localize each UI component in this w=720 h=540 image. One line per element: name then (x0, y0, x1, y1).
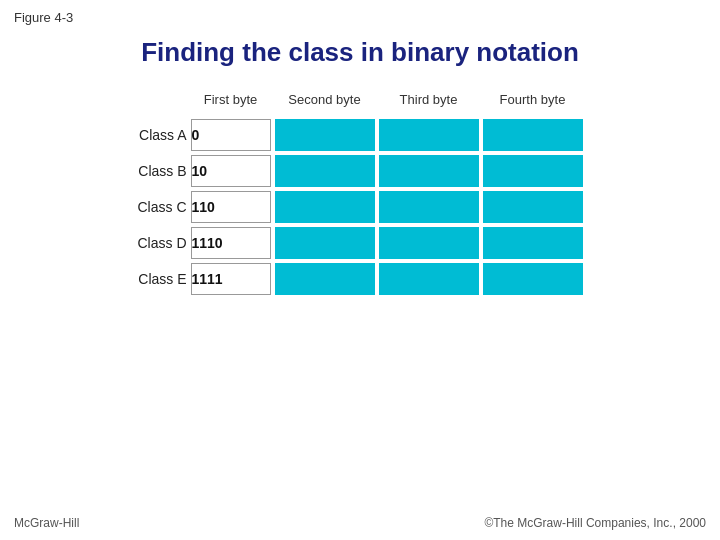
fourth-byte-cell (483, 155, 583, 187)
third-byte-cell (379, 191, 479, 223)
first-byte-value: 110 (191, 191, 271, 223)
third-byte-cell (379, 227, 479, 259)
footer-right: ©The McGraw-Hill Companies, Inc., 2000 (484, 516, 706, 530)
table-row: Class D1110 (137, 227, 582, 259)
fourth-byte-cell (483, 191, 583, 223)
third-byte-cell (379, 155, 479, 187)
table-row: Class B10 (137, 155, 582, 187)
first-byte-value: 1111 (191, 263, 271, 295)
table-row: Class A0 (137, 119, 582, 151)
table-row: Class C110 (137, 191, 582, 223)
col-header-fourth-byte: Fourth byte (483, 90, 583, 115)
class-label: Class A (137, 119, 186, 151)
fourth-byte-cell (483, 263, 583, 295)
footer-left: McGraw-Hill (14, 516, 79, 530)
class-table: First byte Second byte Third byte Fourth… (133, 86, 586, 299)
third-byte-cell (379, 119, 479, 151)
class-label: Class B (137, 155, 186, 187)
second-byte-cell (275, 227, 375, 259)
first-byte-value: 0 (191, 119, 271, 151)
second-byte-cell (275, 263, 375, 295)
col-header-first-byte: First byte (191, 90, 271, 115)
second-byte-cell (275, 155, 375, 187)
col-header-second-byte: Second byte (275, 90, 375, 115)
table-header-row: First byte Second byte Third byte Fourth… (137, 90, 582, 115)
class-label: Class C (137, 191, 186, 223)
class-label: Class D (137, 227, 186, 259)
fourth-byte-cell (483, 119, 583, 151)
col-header-label (137, 90, 186, 115)
col-header-third-byte: Third byte (379, 90, 479, 115)
third-byte-cell (379, 263, 479, 295)
second-byte-cell (275, 119, 375, 151)
second-byte-cell (275, 191, 375, 223)
first-byte-value: 1110 (191, 227, 271, 259)
table-row: Class E1111 (137, 263, 582, 295)
page-title: Finding the class in binary notation (0, 29, 720, 86)
first-byte-value: 10 (191, 155, 271, 187)
figure-label: Figure 4-3 (0, 0, 720, 29)
main-table-container: First byte Second byte Third byte Fourth… (0, 86, 720, 299)
class-label: Class E (137, 263, 186, 295)
fourth-byte-cell (483, 227, 583, 259)
